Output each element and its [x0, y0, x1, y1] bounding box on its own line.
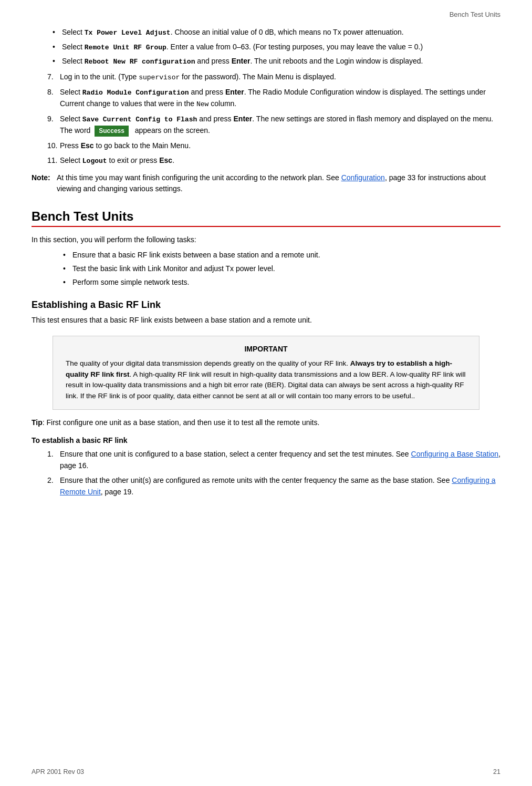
list-item: Select Remote Unit RF Group. Enter a val… — [53, 42, 500, 53]
header-title: Bench Test Units — [450, 11, 500, 18]
note-block: Note: At this time you may want finish c… — [32, 172, 500, 194]
base-station-link[interactable]: Configuring a Base Station — [411, 450, 499, 458]
success-badge: Success — [95, 126, 129, 137]
section-heading-bench: Bench Test Units — [32, 209, 500, 224]
section-intro: In this section, you will perform the fo… — [32, 234, 500, 246]
note-label: Note: — [32, 172, 57, 194]
tip-label: Tip — [32, 418, 43, 427]
rf-link-section: Establishing a Basic RF Link This test e… — [32, 299, 500, 498]
rf-intro: This test ensures that a basic RF link e… — [32, 315, 500, 326]
configuration-link[interactable]: Configuration — [341, 173, 385, 182]
section-rule — [32, 226, 500, 227]
footer: APR 2001 Rev 03 21 — [32, 768, 500, 775]
tip-block: Tip: First configure one unit as a base … — [32, 417, 500, 429]
section-heading-rf: Establishing a Basic RF Link — [32, 299, 500, 311]
note-content: At this time you may want finish configu… — [57, 172, 500, 194]
list-item: 10. Press Esc to go back to the Main Men… — [47, 140, 500, 152]
list-item: 2. Ensure that the other unit(s) are con… — [47, 475, 500, 498]
list-item: Perform some simple network tests. — [63, 277, 500, 288]
page: Bench Test Units Select Tx Power Level A… — [0, 0, 532, 786]
procedure-heading: To establish a basic RF link — [32, 436, 500, 444]
important-title: IMPORTANT — [66, 344, 466, 355]
list-item: Select Tx Power Level Adjust. Choose an … — [53, 27, 500, 38]
remote-unit-link[interactable]: Configuring a Remote Unit — [60, 476, 496, 496]
list-item: Test the basic link with Link Monitor an… — [63, 263, 500, 274]
list-item: 8. Select Radio Module Configuration and… — [47, 87, 500, 110]
list-item: 11. Select Logout to exit or press Esc. — [47, 155, 500, 167]
list-item: 9. Select Save Current Config to Flash a… — [47, 113, 500, 137]
footer-left: APR 2001 Rev 03 — [32, 768, 84, 775]
important-body: The quality of your digital data transmi… — [66, 358, 466, 402]
important-box: IMPORTANT The quality of your digital da… — [53, 336, 479, 410]
task-list: Ensure that a basic RF link exists betwe… — [63, 250, 500, 288]
list-item: Select Reboot New RF configuration and p… — [53, 56, 500, 67]
list-item: 1. Ensure that one unit is configured to… — [47, 449, 500, 471]
top-bullet-list: Select Tx Power Level Adjust. Choose an … — [53, 27, 500, 67]
footer-right: 21 — [493, 768, 500, 775]
bench-test-section: Bench Test Units In this section, you wi… — [32, 209, 500, 288]
page-header: Bench Test Units — [32, 11, 500, 18]
procedure-steps: 1. Ensure that one unit is configured to… — [47, 449, 500, 498]
numbered-section: 7. Log in to the unit. (Type supervisor … — [47, 71, 500, 167]
list-item: Ensure that a basic RF link exists betwe… — [63, 250, 500, 261]
list-item: 7. Log in to the unit. (Type supervisor … — [47, 71, 500, 83]
tip-text: : First configure one unit as a base sta… — [43, 418, 320, 427]
